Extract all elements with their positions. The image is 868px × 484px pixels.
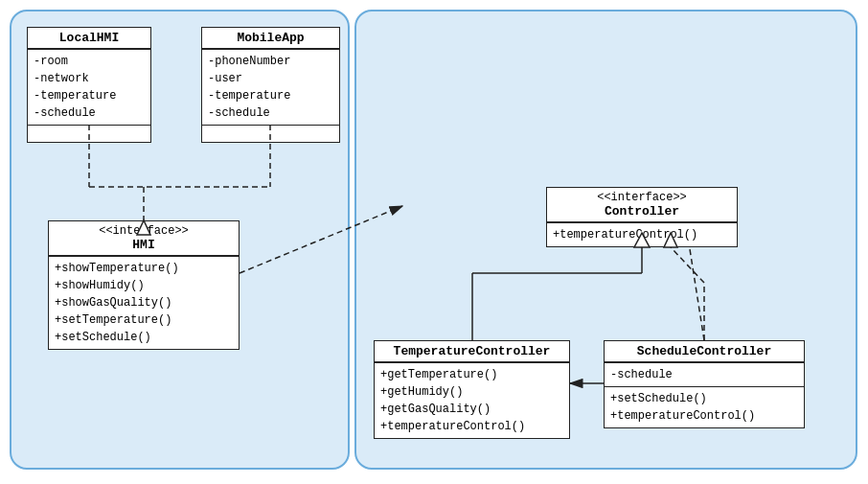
- hmi-methods: +showTemperature() +showHumidy() +showGa…: [49, 256, 239, 349]
- sched-ctrl-title: ScheduleController: [605, 341, 804, 362]
- method-show-humid: +showHumidy(): [55, 277, 233, 294]
- temp-ctrl-box: TemperatureController +getTemperature() …: [374, 340, 570, 439]
- local-hmi-box: LocalHMI -room -network -temperature -sc…: [27, 27, 151, 143]
- attr-sched3: -schedule: [610, 366, 798, 383]
- local-hmi-title: LocalHMI: [28, 28, 150, 49]
- method-temp-ctrl2: +temperatureControl(): [380, 418, 563, 435]
- controller-stereotype: <<interface>>: [553, 191, 731, 204]
- controller-box: <<interface>> Controller +temperatureCon…: [546, 187, 738, 247]
- attr-schedule2: -schedule: [208, 104, 333, 122]
- hmi-name: HMI: [55, 238, 233, 252]
- method-temp-ctrl3: +temperatureControl(): [610, 407, 798, 425]
- method-set-sched2: +setSchedule(): [610, 390, 798, 407]
- mobile-app-attrs: -phoneNumber -user -temperature -schedul…: [202, 49, 339, 125]
- temp-ctrl-title: TemperatureController: [375, 341, 569, 362]
- method-temp-ctrl: +temperatureControl(): [553, 226, 731, 243]
- attr-temperature: -temperature: [34, 87, 145, 104]
- method-show-gas: +showGasQuality(): [55, 294, 233, 311]
- sched-ctrl-box: ScheduleController -schedule +setSchedul…: [604, 340, 805, 428]
- local-hmi-attrs: -room -network -temperature -schedule: [28, 49, 150, 125]
- attr-network: -network: [34, 70, 145, 87]
- method-set-temp: +setTemperature(): [55, 311, 233, 329]
- attr-temperature2: -temperature: [208, 87, 333, 104]
- attr-schedule: -schedule: [34, 104, 145, 122]
- temp-ctrl-methods: +getTemperature() +getHumidy() +getGasQu…: [375, 362, 569, 438]
- sched-ctrl-attrs: -schedule: [605, 362, 804, 386]
- method-get-humid: +getHumidy(): [380, 383, 563, 401]
- hmi-box: <<interface>> HMI +showTemperature() +sh…: [48, 220, 240, 350]
- controller-methods: +temperatureControl(): [547, 222, 737, 246]
- hmi-title: <<interface>> HMI: [49, 221, 239, 256]
- method-get-temp: +getTemperature(): [380, 366, 563, 383]
- diagram-area: LocalHMI -room -network -temperature -sc…: [0, 0, 868, 484]
- controller-name: Controller: [553, 204, 731, 219]
- local-hmi-methods: [28, 125, 150, 142]
- method-set-sched: +setSchedule(): [55, 329, 233, 346]
- mobile-app-title: MobileApp: [202, 28, 339, 49]
- controller-title: <<interface>> Controller: [547, 188, 737, 222]
- method-show-temp: +showTemperature(): [55, 260, 233, 277]
- method-get-gas: +getGasQuality(): [380, 401, 563, 418]
- attr-phone: -phoneNumber: [208, 53, 333, 70]
- mobile-app-methods: [202, 125, 339, 142]
- sched-ctrl-methods: +setSchedule() +temperatureControl(): [605, 386, 804, 427]
- mobile-app-box: MobileApp -phoneNumber -user -temperatur…: [201, 27, 340, 143]
- attr-user: -user: [208, 70, 333, 87]
- attr-room: -room: [34, 53, 145, 70]
- hmi-stereotype: <<interface>>: [55, 224, 233, 238]
